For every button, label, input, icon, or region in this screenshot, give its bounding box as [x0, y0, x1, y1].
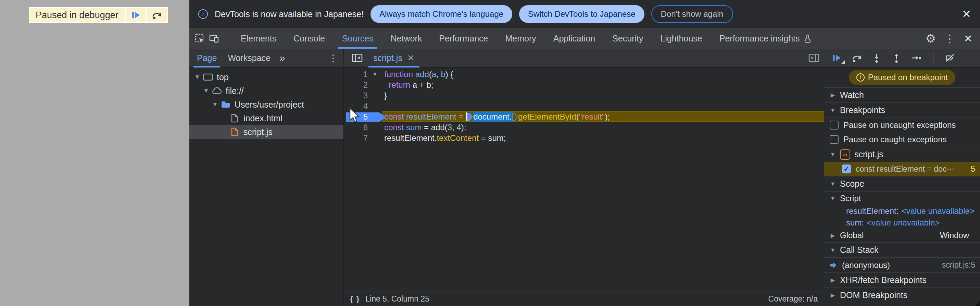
variable-name: resultElement [846, 206, 896, 216]
section-breakpoints-label: Breakpoints [840, 105, 885, 115]
tree-item-script-js[interactable]: script.js [189, 125, 344, 139]
deactivate-breakpoints-icon [945, 53, 955, 63]
always-match-language-button[interactable]: Always match Chrome's language [371, 5, 512, 23]
toolbar-separator [933, 52, 934, 64]
section-xhr-label: XHR/fetch Breakpoints [840, 275, 927, 285]
checkbox-checked-icon[interactable]: ✓ [842, 164, 851, 174]
step-out-icon [891, 53, 902, 63]
tree-item-top[interactable]: ▼top [189, 70, 344, 84]
scope-global-label: Global [840, 231, 864, 240]
inspect-element-button[interactable] [194, 33, 205, 44]
switch-devtools-japanese-button[interactable]: Switch DevTools to Japanese [519, 5, 644, 23]
pause-uncaught-label: Pause on uncaught exceptions [843, 120, 956, 130]
more-options-icon[interactable]: ⋮ [945, 33, 955, 45]
pause-uncaught-exceptions-row[interactable]: Pause on uncaught exceptions [824, 118, 980, 132]
tree-item-file[interactable]: ▼file:// [189, 84, 344, 98]
call-stack-frame[interactable]: (anonymous) script.js:5 [824, 257, 980, 273]
variable-value: <value unavailable> [867, 218, 940, 228]
variable-value: <value unavailable> [901, 206, 975, 216]
tab-workspace[interactable]: Workspace [222, 49, 276, 67]
expander-icon[interactable]: ▼ [211, 101, 220, 108]
section-scope[interactable]: ▼ Scope [824, 176, 980, 191]
scope-variable-row[interactable]: resultElement:<value unavailable> [824, 205, 980, 217]
expander-icon[interactable]: ▼ [202, 88, 211, 94]
variable-name: sum [846, 218, 862, 228]
code-line-content: const resultElement = document.getElemen… [382, 112, 824, 122]
dont-show-again-button[interactable]: Don't show again [651, 5, 733, 23]
device-toolbar-icon [208, 33, 220, 44]
line-number[interactable]: 6 [344, 123, 368, 132]
page-overlay: Paused in debugger [0, 0, 189, 306]
tab-security[interactable]: Security [604, 28, 652, 49]
fold-arrow-icon[interactable]: ▼ [368, 69, 382, 80]
tree-item-index-html[interactable]: index.html [189, 112, 344, 125]
line-number[interactable]: 3 [344, 91, 368, 100]
notification-close-icon[interactable]: ✕ [962, 9, 971, 19]
settings-gear-icon[interactable]: ⚙ [925, 32, 935, 45]
resume-icon [832, 53, 842, 63]
flask-icon [803, 34, 812, 43]
section-watch[interactable]: ▶ Watch [824, 88, 980, 102]
editor-tab-close-icon[interactable]: ✕ [407, 53, 415, 64]
file-icon [231, 113, 239, 123]
scope-global-group[interactable]: ▶ Global Window [824, 229, 980, 242]
continue-to-marker-icon[interactable] [467, 113, 473, 121]
checkbox-unchecked-icon[interactable] [830, 135, 838, 144]
tab-page[interactable]: Page [191, 49, 222, 67]
tab-memory[interactable]: Memory [496, 28, 544, 49]
chevron-down-icon: ▼ [830, 247, 836, 253]
tab-performance-insights[interactable]: Performance insights [711, 28, 821, 49]
step-button[interactable] [911, 53, 921, 63]
toolbar-left-tools [189, 33, 232, 44]
step-over-button[interactable] [146, 8, 167, 22]
navigator-tabbar: Page Workspace » ⋮ [189, 49, 344, 67]
text-caret [466, 112, 467, 121]
editor-tabbar: script.js ✕ [344, 49, 824, 67]
code-line: 2 return a + b; [344, 80, 824, 90]
editor-tab-scriptjs[interactable]: script.js ✕ [367, 49, 421, 67]
breakpoint-file-group[interactable]: ▼ ‹› script.js [824, 147, 980, 162]
pause-caught-exceptions-row[interactable]: Pause on caught exceptions [824, 132, 980, 147]
pretty-print-icon[interactable]: { } [350, 295, 360, 304]
code-editor[interactable]: 1▼function add(a, b) {2 return a + b;3}4… [344, 67, 824, 292]
section-breakpoints[interactable]: ▼ Breakpoints [824, 102, 980, 118]
navigator-more-options-icon[interactable]: ⋮ [328, 53, 344, 64]
resume-script-button[interactable] [126, 8, 146, 22]
tab-performance[interactable]: Performance [430, 28, 496, 49]
section-dom-breakpoints[interactable]: ▶ DOM Breakpoints [824, 287, 980, 303]
step-out-button[interactable] [891, 53, 902, 63]
devtools-close-icon[interactable]: ✕ [964, 33, 972, 45]
continue-to-marker-icon[interactable] [512, 113, 518, 121]
hide-navigator-button[interactable] [347, 53, 367, 63]
section-call-stack[interactable]: ▼ Call Stack [824, 242, 980, 257]
breakpoint-entry[interactable]: ✓ const resultElement = doc⋯ 5 [824, 162, 980, 176]
section-xhr-breakpoints[interactable]: ▶ XHR/fetch Breakpoints [824, 273, 980, 287]
scope-variable-row[interactable]: sum:<value unavailable> [824, 217, 980, 229]
checkbox-unchecked-icon[interactable] [830, 121, 838, 129]
tab-network[interactable]: Network [382, 28, 431, 49]
step-into-button[interactable] [872, 53, 882, 63]
tab-sources[interactable]: Sources [334, 28, 382, 49]
tab-application[interactable]: Application [545, 28, 604, 49]
frame-name: (anonymous) [842, 260, 890, 270]
tab-lighthouse[interactable]: Lighthouse [652, 28, 711, 49]
scope-script-group[interactable]: ▼ Script [824, 191, 980, 205]
deactivate-breakpoints-button[interactable] [945, 53, 955, 63]
notification-message: DevTools is now available in Japanese! [215, 9, 364, 19]
step-over-button[interactable] [851, 53, 862, 63]
tab-console[interactable]: Console [285, 28, 334, 49]
main-tab-strip: ElementsConsoleSourcesNetworkPerformance… [232, 28, 821, 49]
line-number[interactable]: 2 [344, 80, 368, 90]
hide-debugger-sidebar-button[interactable] [804, 53, 824, 63]
line-number[interactable]: 1 [344, 70, 368, 79]
more-tabs-icon[interactable]: » [276, 52, 289, 64]
resume-script-button[interactable] [832, 53, 842, 63]
tree-item-users-user-project[interactable]: ▼Users/user/project [189, 98, 344, 112]
line-number[interactable]: 7 [344, 133, 368, 143]
expander-icon[interactable]: ▼ [193, 74, 202, 81]
toolbar-separator [225, 33, 225, 44]
device-toolbar-button[interactable] [208, 33, 220, 44]
code-line-content [382, 101, 824, 112]
chevron-down-icon: ▼ [830, 107, 836, 113]
tab-elements[interactable]: Elements [232, 28, 285, 49]
